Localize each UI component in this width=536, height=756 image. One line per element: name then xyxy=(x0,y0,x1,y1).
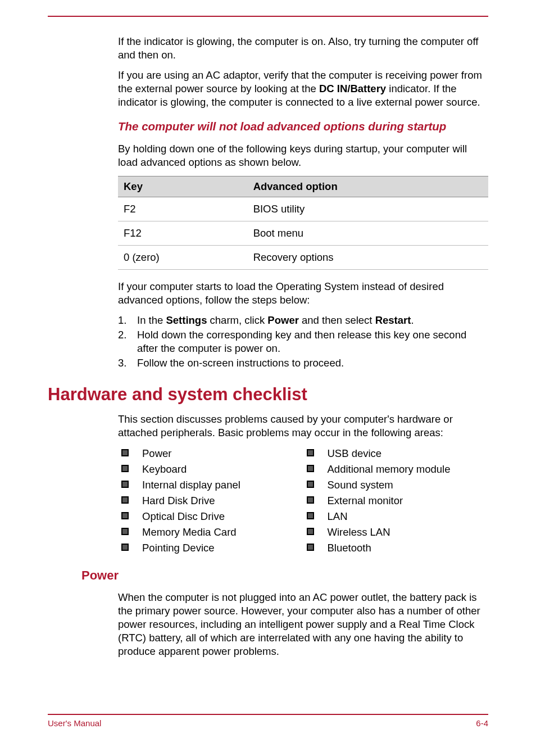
square-bullet-icon xyxy=(121,449,129,456)
step-text: Follow the on-screen instructions to pro… xyxy=(137,356,488,370)
table-cell-key: F12 xyxy=(118,221,248,246)
list-item: Power xyxy=(118,447,303,460)
list-item: Keyboard xyxy=(118,463,303,476)
list-item-label: LAN xyxy=(328,510,348,523)
list-item-label: Keyboard xyxy=(142,463,187,476)
step-1-power: Power xyxy=(267,314,299,326)
list-item-label: Additional memory module xyxy=(328,463,451,476)
list-item-label: External monitor xyxy=(328,494,403,508)
page-footer: User's Manual 6-4 xyxy=(48,714,488,728)
top-divider xyxy=(48,16,488,17)
list-item-label: Sound system xyxy=(328,478,393,492)
list-item: Wireless LAN xyxy=(303,526,489,539)
square-bullet-icon xyxy=(307,512,314,519)
table-cell-key: 0 (zero) xyxy=(118,246,248,270)
list-item: Internal display panel xyxy=(118,478,303,492)
list-item-label: USB device xyxy=(328,447,382,460)
list-item: Memory Media Card xyxy=(118,526,303,539)
intro-para-1: If the indicator is glowing, the compute… xyxy=(118,35,488,62)
table-row: F12 Boot menu xyxy=(118,221,488,246)
step-text: In the Settings charm, click Power and t… xyxy=(137,314,488,327)
step-1-d: and then select xyxy=(299,314,375,326)
checklist-columns: Power Keyboard Internal display panel Ha… xyxy=(118,447,488,557)
step-1-a: In the xyxy=(137,314,166,326)
square-bullet-icon xyxy=(307,449,314,456)
list-item: Pointing Device xyxy=(118,541,303,555)
square-bullet-icon xyxy=(121,512,129,519)
square-bullet-icon xyxy=(307,544,314,551)
table-header-option: Advanced option xyxy=(248,176,488,197)
table-header-key: Key xyxy=(118,176,248,197)
heading-power: Power xyxy=(81,568,488,583)
footer-right: 6-4 xyxy=(476,718,488,728)
list-item-label: Internal display panel xyxy=(142,478,240,492)
subheading-advanced-options: The computer will not load advanced opti… xyxy=(118,119,488,134)
step-1-restart: Restart xyxy=(375,314,411,326)
step-number: 1. xyxy=(118,314,137,327)
square-bullet-icon xyxy=(121,465,129,472)
step-1-e: . xyxy=(411,314,414,326)
square-bullet-icon xyxy=(121,528,129,535)
list-item: Hard Disk Drive xyxy=(118,494,303,508)
dc-in-battery-bold: DC IN/Battery xyxy=(319,83,386,94)
list-item: Bluetooth xyxy=(303,541,489,555)
advanced-options-table: Key Advanced option F2 BIOS utility F12 … xyxy=(118,176,488,270)
step-text: Hold down the corresponding key and then… xyxy=(137,328,488,355)
square-bullet-icon xyxy=(121,496,129,504)
sub1-intro: By holding down one of the following key… xyxy=(118,142,488,169)
checklist-col-1: Power Keyboard Internal display panel Ha… xyxy=(118,447,303,557)
square-bullet-icon xyxy=(121,481,129,488)
checklist-col-2: USB device Additional memory module Soun… xyxy=(303,447,489,557)
square-bullet-icon xyxy=(307,465,314,472)
list-item: LAN xyxy=(303,510,489,523)
table-row: F2 BIOS utility xyxy=(118,197,488,221)
hw-intro: This section discusses problems caused b… xyxy=(118,413,488,440)
intro-para-2: If you are using an AC adaptor, verify t… xyxy=(118,69,488,109)
square-bullet-icon xyxy=(307,481,314,488)
footer-left: User's Manual xyxy=(48,718,101,728)
steps-list: 1. In the Settings charm, click Power an… xyxy=(118,314,488,370)
square-bullet-icon xyxy=(121,544,129,551)
list-item-label: Optical Disc Drive xyxy=(142,510,225,523)
list-item-label: Memory Media Card xyxy=(142,526,237,539)
list-item: Optical Disc Drive xyxy=(118,510,303,523)
step-number: 2. xyxy=(118,328,137,355)
list-item: USB device xyxy=(303,447,489,460)
list-item-label: Hard Disk Drive xyxy=(142,494,215,508)
list-item: External monitor xyxy=(303,494,489,508)
list-item: Sound system xyxy=(303,478,489,492)
step-1: 1. In the Settings charm, click Power an… xyxy=(118,314,488,327)
list-item: Additional memory module xyxy=(303,463,489,476)
list-item-label: Power xyxy=(142,447,171,460)
step-1-c: charm, click xyxy=(207,314,267,326)
step-3: 3. Follow the on-screen instructions to … xyxy=(118,356,488,370)
step-1-settings: Settings xyxy=(166,314,207,326)
power-para: When the computer is not plugged into an… xyxy=(118,591,488,658)
table-row: 0 (zero) Recovery options xyxy=(118,246,488,270)
table-cell-option: BIOS utility xyxy=(248,197,488,221)
square-bullet-icon xyxy=(307,496,314,504)
table-cell-key: F2 xyxy=(118,197,248,221)
step-number: 3. xyxy=(118,356,137,370)
heading-hardware-checklist: Hardware and system checklist xyxy=(48,384,488,405)
square-bullet-icon xyxy=(307,528,314,535)
table-cell-option: Recovery options xyxy=(248,246,488,270)
list-item-label: Pointing Device xyxy=(142,541,215,555)
table-cell-option: Boot menu xyxy=(248,221,488,246)
list-item-label: Bluetooth xyxy=(328,541,371,555)
list-item-label: Wireless LAN xyxy=(328,526,390,539)
step-2: 2. Hold down the corresponding key and t… xyxy=(118,328,488,355)
after-table-para: If your computer starts to load the Oper… xyxy=(118,280,488,307)
